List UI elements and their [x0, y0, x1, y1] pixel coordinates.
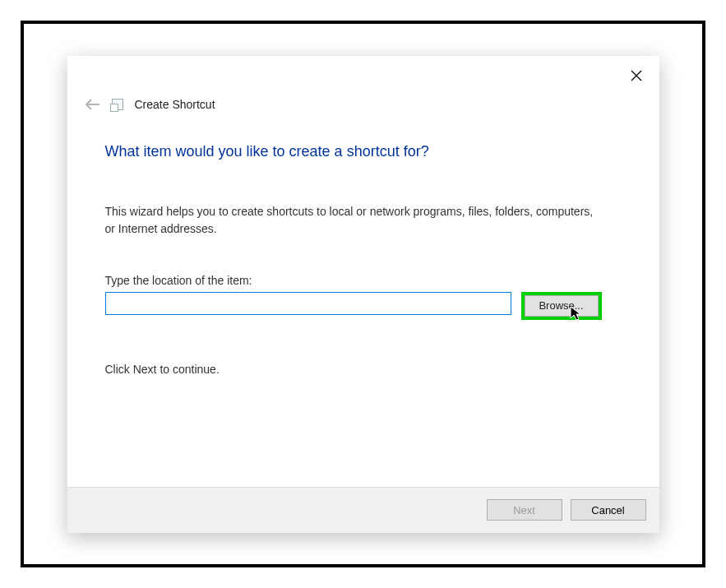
cancel-button[interactable]: Cancel — [571, 499, 646, 521]
close-button[interactable] — [625, 64, 648, 87]
continue-hint: Click Next to continue. — [105, 363, 622, 376]
outer-frame: Create Shortcut What item would you like… — [21, 21, 705, 567]
back-arrow-icon — [85, 99, 101, 110]
close-icon — [631, 70, 642, 81]
location-input-label: Type the location of the item: — [105, 274, 622, 287]
shortcut-icon — [112, 99, 123, 110]
input-row: Browse... — [105, 292, 622, 320]
browse-button[interactable]: Browse... — [525, 295, 599, 317]
dialog-footer: Next Cancel — [67, 487, 659, 533]
browse-highlight: Browse... — [521, 292, 602, 320]
back-button[interactable] — [84, 95, 102, 113]
dialog-title: Create Shortcut — [135, 98, 215, 111]
next-button: Next — [487, 499, 562, 521]
create-shortcut-dialog: Create Shortcut What item would you like… — [67, 56, 659, 533]
dialog-content: What item would you like to create a sho… — [67, 118, 659, 487]
main-heading: What item would you like to create a sho… — [105, 143, 622, 160]
dialog-titlebar — [67, 56, 659, 89]
dialog-header: Create Shortcut — [67, 89, 659, 118]
location-input[interactable] — [105, 292, 511, 315]
wizard-description: This wizard helps you to create shortcut… — [105, 203, 599, 238]
